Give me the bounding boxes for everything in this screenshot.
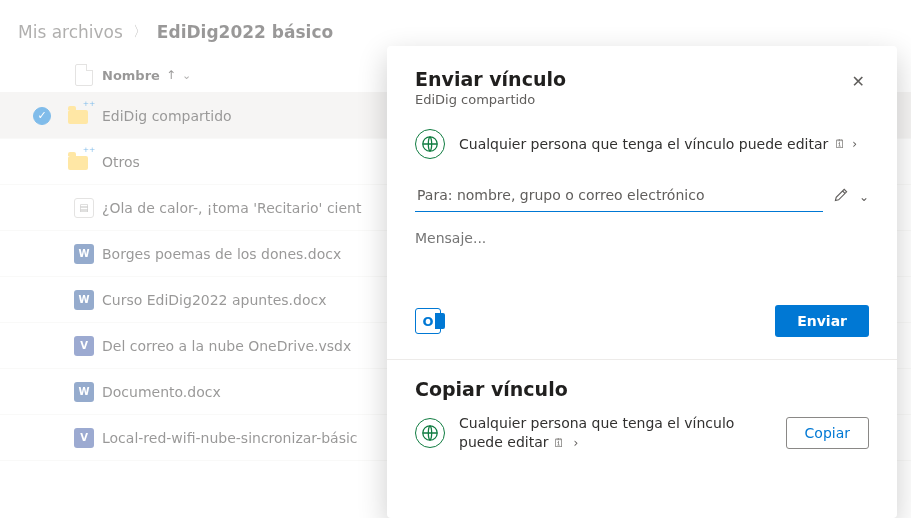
link-scope-text: Cualquier persona que tenga el vínculo p…	[459, 136, 828, 152]
calendar-icon: 🗓	[553, 436, 565, 450]
dialog-subtitle: EdiDig compartido	[415, 92, 566, 107]
file-name: Borges poemas de los dones.docx	[102, 246, 341, 262]
shared-indicator-icon: ⁺⁺	[83, 99, 96, 121]
word-file-icon: W	[74, 290, 94, 310]
copy-link-title: Copiar vínculo	[415, 378, 869, 400]
close-button[interactable]: ✕	[848, 68, 869, 95]
column-header-name[interactable]: Nombre	[102, 68, 160, 83]
breadcrumb-current: EdiDig2022 básico	[157, 22, 333, 42]
chevron-right-icon: 〉	[133, 23, 147, 41]
chevron-down-icon[interactable]: ⌄	[182, 69, 191, 82]
permissions-chevron-down-icon[interactable]: ⌄	[859, 190, 869, 204]
message-input[interactable]	[415, 230, 869, 246]
calendar-icon: 🗓	[834, 137, 846, 151]
visio-file-icon: V	[74, 428, 94, 448]
file-name: Curso EdiDig2022 apuntes.docx	[102, 292, 326, 308]
file-icon	[75, 64, 93, 86]
file-name: Local-red-wifi-nube-sincronizar-básic	[102, 430, 358, 446]
copy-link-scope-text[interactable]: Cualquier persona que tenga el vínculo p…	[459, 414, 772, 452]
globe-icon	[415, 418, 445, 448]
shared-indicator-icon: ⁺⁺	[83, 145, 96, 167]
send-button[interactable]: Enviar	[775, 305, 869, 337]
file-name: Del correo a la nube OneDrive.vsdx	[102, 338, 351, 354]
file-name: EdiDig compartido	[102, 108, 232, 124]
chevron-right-icon: ›	[573, 436, 578, 450]
file-name: ¿Ola de calor-, ¡toma 'Recitario' cient	[102, 200, 362, 216]
visio-file-icon: V	[74, 336, 94, 356]
file-name: Documento.docx	[102, 384, 221, 400]
sort-asc-icon: ↑	[166, 68, 176, 82]
link-settings-button[interactable]: Cualquier persona que tenga el vínculo p…	[415, 129, 869, 159]
word-file-icon: W	[74, 382, 94, 402]
outlook-icon[interactable]: O	[415, 308, 441, 334]
globe-icon	[415, 129, 445, 159]
row-checkbox[interactable]: ✓	[33, 107, 51, 125]
word-file-icon: W	[74, 244, 94, 264]
breadcrumb-parent[interactable]: Mis archivos	[18, 22, 123, 42]
recipients-input[interactable]	[415, 181, 823, 212]
file-name: Otros	[102, 154, 140, 170]
share-dialog: Enviar vínculo EdiDig compartido ✕ Cualq…	[387, 46, 897, 518]
pencil-icon[interactable]	[833, 187, 849, 207]
chevron-right-icon: ›	[852, 137, 857, 151]
dialog-title: Enviar vínculo	[415, 68, 566, 90]
template-file-icon: ▤	[74, 198, 94, 218]
copy-button[interactable]: Copiar	[786, 417, 869, 449]
